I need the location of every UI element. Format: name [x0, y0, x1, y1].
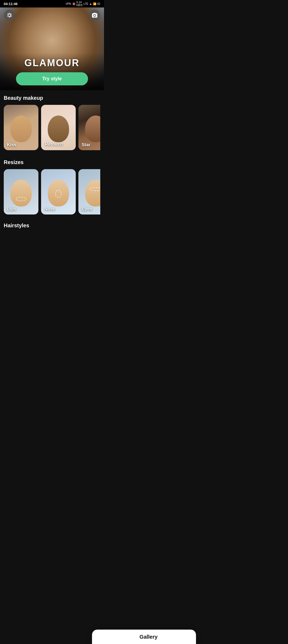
beauty-makeup-section: Beauty makeup Kiss Retouch Star Beauty	[0, 90, 104, 154]
status-icons: VPN 🔇 0.14KB/S LTE ▲ 📶 62	[66, 1, 100, 7]
kiss-face-oval	[10, 116, 32, 142]
lips-label: Lips	[7, 206, 16, 212]
resizes-section: Resizes Lips Nose Eyes	[0, 154, 104, 219]
settings-button[interactable]	[4, 10, 15, 21]
hairstyles-section: Hairstyles	[0, 219, 104, 250]
battery-icon: 62	[97, 2, 100, 5]
resizes-cards: Lips Nose Eyes Chin	[4, 169, 100, 217]
svg-text:+: +	[96, 12, 97, 15]
nose-dashed	[55, 190, 62, 198]
signal-icon: 📶	[93, 2, 96, 5]
hero-title: GLAMOUR	[0, 57, 104, 69]
wifi-icon: ▲	[89, 2, 92, 5]
card-lips[interactable]: Lips	[4, 169, 38, 214]
lips-dashed	[16, 197, 26, 201]
card-retouch[interactable]: Retouch	[41, 105, 76, 150]
resizes-title: Resizes	[4, 159, 100, 165]
hero-content: GLAMOUR Try style	[0, 57, 104, 90]
lips-face-oval	[10, 180, 32, 206]
try-style-button[interactable]: Try style	[16, 72, 88, 85]
status-bar: 04:11:46 VPN 🔇 0.14KB/S LTE ▲ 📶 62	[0, 0, 104, 7]
lte-icon: LTE	[83, 2, 88, 5]
retouch-face-oval	[48, 116, 69, 142]
star-label: Star	[82, 142, 90, 148]
kiss-label: Kiss	[7, 142, 17, 148]
eyes-face-oval	[85, 180, 100, 206]
beauty-makeup-cards: Kiss Retouch Star Beauty	[4, 105, 100, 152]
card-nose[interactable]: Nose	[41, 169, 76, 214]
camera-button[interactable]: +	[89, 10, 100, 21]
hero-section: GLAMOUR Try style	[0, 7, 104, 90]
eyes-dashed	[89, 187, 100, 191]
camera-icon: +	[91, 12, 98, 18]
beauty-makeup-title: Beauty makeup	[4, 95, 100, 101]
status-time: 04:11:46	[4, 2, 18, 6]
gear-icon	[6, 12, 12, 18]
card-star[interactable]: Star	[78, 105, 100, 150]
eyes-label: Eyes	[82, 206, 92, 212]
vpn-icon: VPN	[66, 2, 71, 5]
hairstyles-title: Hairstyles	[4, 222, 100, 229]
network-speed: 0.14KB/S	[77, 1, 83, 7]
star-face-oval	[85, 116, 100, 142]
card-kiss[interactable]: Kiss	[4, 105, 38, 150]
nose-face-oval	[48, 180, 69, 206]
retouch-label: Retouch	[45, 142, 63, 147]
nose-label: Nose	[44, 206, 55, 212]
mute-icon: 🔇	[72, 2, 75, 5]
card-eyes[interactable]: Eyes	[78, 169, 100, 214]
